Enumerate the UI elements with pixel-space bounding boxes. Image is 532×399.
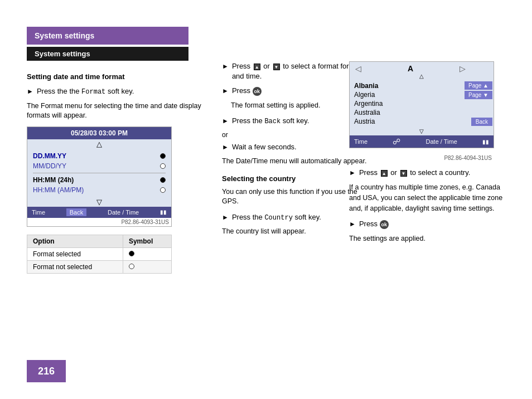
table-header-option: Option xyxy=(27,235,123,247)
wait-text: Wait a few seconds. xyxy=(232,142,297,152)
bullet-press-back: ► Press the Back soft key. xyxy=(222,116,367,126)
gps-desc: You can only use this function if you us… xyxy=(222,187,367,207)
country-australia: Australia xyxy=(354,108,489,117)
right-press-ok-text: Press ok xyxy=(359,219,389,229)
radio-filled-1 xyxy=(160,153,166,159)
format-menu-desc: The Format menu for selecting the time a… xyxy=(27,101,216,121)
screen-caption-1: P82.86-4093-31US xyxy=(27,218,171,226)
country-key-text: Country xyxy=(264,214,292,222)
nav-right-arrow: ▷ xyxy=(460,64,466,73)
screen-status: ▮▮ xyxy=(160,209,167,215)
section-title: Setting date and time format xyxy=(27,72,216,81)
bullet-format-key: ► Press the the Format soft key. xyxy=(27,86,216,97)
screen-dn-triangle: ▽ xyxy=(27,197,171,207)
press-country-text: Press the Country soft key. xyxy=(232,212,321,223)
ok-icon-1: ok xyxy=(253,87,262,96)
screen-row-mmddyy: MM/DD/YY xyxy=(33,161,166,171)
subheader-title: System settings xyxy=(35,50,90,58)
bullet-select-text: Press ▲ or ▼ to select a format for date… xyxy=(232,61,367,81)
mmddyy-label: MM/DD/YY xyxy=(33,162,66,170)
radio-filled-table xyxy=(129,251,134,256)
country-time-label: Time xyxy=(354,138,367,145)
country-argentina: Argentina xyxy=(354,99,489,108)
screen-row-24h: HH:MM (24h) xyxy=(33,175,166,185)
country-austria: Austria xyxy=(354,117,489,126)
screen-up-triangle: △ xyxy=(27,139,171,149)
dn-arrow-btn: ▼ xyxy=(273,64,280,70)
auto-appear-desc: The Date/Time menu will automatically ap… xyxy=(222,157,367,167)
symbol-empty xyxy=(123,260,171,273)
screen-back-btn: Back xyxy=(66,208,86,216)
page-up-btn[interactable]: Page ▲ xyxy=(465,81,492,90)
format-applied-desc: The format setting is applied. xyxy=(231,101,367,111)
main-content: Setting date and time format ► Press the… xyxy=(27,61,505,354)
dn-tri-country: ▽ xyxy=(350,127,494,135)
bullet-press-country: ► Press the Country soft key. xyxy=(222,212,367,223)
press-ok-text: Press ok xyxy=(232,86,262,96)
country-caption: P82.86-4094-31US xyxy=(349,154,494,162)
select-country-text: Press ▲ or ▼ to select a country. xyxy=(359,168,470,178)
screen-row-ddmmyy: DD.MM.YY xyxy=(33,151,166,161)
country-screen-wrapper: ◁ A ▷ △ Albania Algeria Argentina Austra… xyxy=(349,61,494,162)
bullet-format-text: Press the the Format soft key. xyxy=(37,86,134,97)
bullet-arrow-1: ► xyxy=(27,87,33,96)
table-row-selected: Format selected xyxy=(27,247,172,260)
ok-icon-2: ok xyxy=(380,220,389,229)
bullet-arrow-right-1: ► xyxy=(349,168,356,178)
up-tri-country: △ xyxy=(350,73,494,80)
ddmmyy-label: DD.MM.YY xyxy=(33,152,66,160)
country-back-btn[interactable]: Back xyxy=(471,118,492,126)
dn-arrow-btn-right: ▼ xyxy=(400,170,407,177)
screen-row-ampm: HH:MM (AM/PM) xyxy=(33,185,166,195)
ampm-label: HH:MM (AM/PM) xyxy=(33,186,84,194)
page-footer: 216 xyxy=(27,360,66,382)
screen-bottom-right: Date / Time xyxy=(108,209,139,216)
bullet-arrow-right-2: ► xyxy=(349,220,356,229)
page-dn-btn[interactable]: Page ▼ xyxy=(465,91,492,99)
bullet-arrow-mid-5: ► xyxy=(222,213,229,222)
country-screen-toprow: ◁ A ▷ xyxy=(350,62,494,73)
bullet-right-select-country: ► Press ▲ or ▼ to select a country. xyxy=(349,168,505,178)
country-date-label: Date / Time xyxy=(426,138,457,145)
page-number: 216 xyxy=(38,366,55,377)
bullet-arrow-mid-4: ► xyxy=(222,143,229,152)
options-table: Option Symbol Format selected Format not… xyxy=(27,235,172,274)
back-key-text: Back xyxy=(264,118,280,125)
bullet-wait: ► Wait a few seconds. xyxy=(222,142,367,152)
bullet-select-format: ► Press ▲ or ▼ to select a format for da… xyxy=(222,61,367,81)
press-back-text: Press the Back soft key. xyxy=(232,116,309,126)
bullet-arrow-mid-1: ► xyxy=(222,62,229,71)
selecting-country-title: Selecting the country xyxy=(222,174,367,183)
back-btn-area: Back xyxy=(470,116,494,127)
header-title: System settings xyxy=(35,31,94,40)
screen-bottom-left: Time xyxy=(32,209,45,216)
country-screen: ◁ A ▷ △ Albania Algeria Argentina Austra… xyxy=(349,61,494,148)
bullet-right-press-ok: ► Press ok xyxy=(349,219,505,229)
screen-body: DD.MM.YY MM/DD/YY HH:MM (24h) HH:MM (AM/… xyxy=(27,149,171,197)
country-list-body: Albania Algeria Argentina Australia Aust… xyxy=(350,80,494,127)
screen-top-date: 05/28/03 03:00 PM xyxy=(27,127,171,139)
radio-empty-table xyxy=(129,264,134,269)
radio-filled-2 xyxy=(160,177,166,183)
bullet-arrow-mid-2: ► xyxy=(222,86,229,96)
bullet-arrow-mid-3: ► xyxy=(222,116,229,126)
subheader-bar: System settings xyxy=(27,47,188,61)
mid-column: ► Press ▲ or ▼ to select a format for da… xyxy=(222,61,367,242)
bullet-press-ok: ► Press ok xyxy=(222,86,367,96)
option-format-not-selected: Format not selected xyxy=(27,260,123,273)
settings-applied-desc: The settings are applied. xyxy=(349,234,505,244)
screen-divider xyxy=(33,173,166,173)
option-format-selected: Format selected xyxy=(27,247,123,260)
letter-a: A xyxy=(408,64,413,73)
or-label: or xyxy=(222,131,367,139)
symbol-filled xyxy=(123,247,171,260)
table-row-not-selected: Format not selected xyxy=(27,260,172,273)
up-arrow-btn-right: ▲ xyxy=(381,170,388,177)
nav-left-arrow: ◁ xyxy=(355,64,361,73)
left-column: Setting date and time format ► Press the… xyxy=(27,72,216,274)
header-bar: System settings xyxy=(27,27,188,45)
screen-mockup-datetime: 05/28/03 03:00 PM △ DD.MM.YY MM/DD/YY HH… xyxy=(27,126,172,227)
country-list-desc: The country list will appear. xyxy=(222,227,367,237)
country-zones-desc: If a country has multiple time zones, e.… xyxy=(349,182,505,213)
table-header-symbol: Symbol xyxy=(123,235,171,247)
